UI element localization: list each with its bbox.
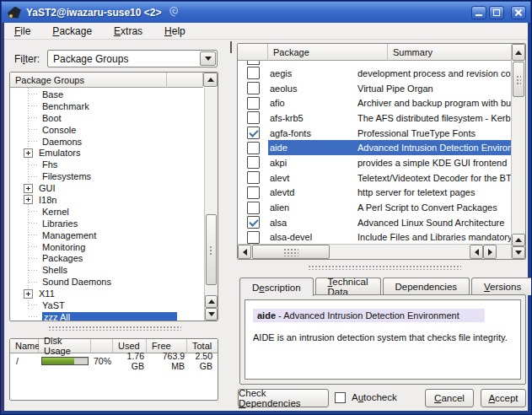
package-row[interactable]: alienA Perl Script to Convert Packages bbox=[238, 200, 511, 215]
col-checkbox[interactable] bbox=[238, 44, 268, 61]
tree-scroll-up-icon[interactable] bbox=[205, 295, 218, 308]
tab-versions[interactable]: Versions bbox=[471, 278, 532, 295]
disk-row[interactable]: / 70% 1.76 GB 763.9 MB 2.50 GB bbox=[10, 353, 218, 368]
combobox-dropdown-icon[interactable] bbox=[200, 51, 216, 66]
tree-item[interactable]: Base bbox=[10, 89, 204, 100]
menu-extras[interactable]: Extras bbox=[114, 25, 142, 37]
close-button[interactable] bbox=[511, 6, 526, 19]
titlebar[interactable]: YaST2@iwazaru-suse10 <2> bbox=[2, 2, 530, 23]
package-checkbox[interactable] bbox=[247, 142, 260, 154]
expand-plus-icon[interactable] bbox=[24, 195, 33, 204]
tree-item[interactable]: zzz All bbox=[10, 311, 204, 321]
tree-item[interactable]: Daemons bbox=[10, 136, 204, 148]
autocheck-checkbox[interactable] bbox=[335, 392, 346, 403]
expand-plus-icon[interactable] bbox=[24, 184, 33, 193]
menu-package[interactable]: Package bbox=[52, 25, 92, 37]
accept-button[interactable]: Accept bbox=[481, 389, 526, 407]
package-checkbox[interactable] bbox=[247, 127, 260, 139]
package-vertical-scrollbar[interactable] bbox=[511, 44, 525, 259]
tree-item[interactable]: Packages bbox=[10, 252, 204, 264]
menu-file[interactable]: File bbox=[14, 25, 30, 37]
tree-scrollbar-thumb[interactable] bbox=[206, 214, 217, 285]
package-checkbox[interactable] bbox=[247, 156, 260, 169]
tree-item[interactable]: Filesystems bbox=[10, 170, 204, 182]
package-row[interactable]: afioArchiver and backup program with bui… bbox=[238, 95, 511, 110]
maximize-button[interactable] bbox=[489, 6, 504, 19]
tree-branch bbox=[29, 164, 39, 165]
tree-rows: Base Benchmark Boot Console Daemons Emul… bbox=[10, 88, 204, 321]
tree-item[interactable]: X11 bbox=[10, 288, 204, 299]
package-checkbox[interactable] bbox=[247, 216, 260, 229]
detail-tabs: Description Technical Data Dependencies … bbox=[239, 278, 532, 295]
minimize-button[interactable] bbox=[471, 6, 486, 19]
cancel-button[interactable]: Cancel bbox=[425, 389, 474, 407]
check-dependencies-button[interactable]: Check Dependencies bbox=[238, 389, 329, 407]
package-row[interactable]: alevtdhttp server for teletext pages bbox=[238, 186, 511, 201]
scroll-right-icon[interactable] bbox=[483, 245, 497, 259]
tab-technical-data[interactable]: Technical Data bbox=[315, 278, 381, 295]
tree-item[interactable]: YaST bbox=[10, 299, 204, 311]
tree-scroll-down-icon[interactable] bbox=[205, 308, 218, 321]
left-splitter-handle[interactable] bbox=[48, 326, 181, 331]
package-row[interactable]: alsaAdvanced Linux Sound Architecture bbox=[238, 215, 511, 230]
tree-item[interactable]: Emulators bbox=[10, 147, 204, 159]
col-disk-usage[interactable]: Disk Usage bbox=[39, 339, 91, 353]
package-checkbox[interactable] bbox=[247, 231, 260, 244]
filter-combobox[interactable]: Package Groups bbox=[47, 50, 218, 67]
package-horizontal-scrollbar[interactable] bbox=[238, 244, 511, 259]
tree-branch bbox=[29, 117, 39, 118]
tree-item[interactable]: Benchmark bbox=[10, 100, 204, 112]
package-checkbox[interactable] bbox=[247, 111, 260, 124]
right-splitter-handle[interactable] bbox=[308, 265, 461, 270]
package-checkbox[interactable] bbox=[247, 97, 260, 110]
tab-description[interactable]: Description bbox=[239, 278, 314, 296]
package-checkbox[interactable] bbox=[247, 186, 260, 199]
package-checkbox[interactable] bbox=[247, 61, 260, 65]
hscrollbar-thumb[interactable] bbox=[252, 245, 330, 259]
scroll-left-icon[interactable] bbox=[470, 245, 483, 259]
package-checkbox[interactable] bbox=[247, 67, 260, 79]
tree-item[interactable]: Console bbox=[10, 124, 204, 136]
vscrollbar-thumb[interactable] bbox=[513, 62, 524, 97]
tree-item[interactable]: Fhs bbox=[10, 159, 204, 170]
tab-dependencies[interactable]: Dependencies bbox=[383, 278, 470, 295]
expand-plus-icon[interactable] bbox=[24, 148, 33, 158]
tree-item[interactable]: Kernel bbox=[10, 206, 204, 218]
col-blank[interactable] bbox=[91, 339, 113, 353]
tree-item[interactable]: Libraries bbox=[10, 218, 204, 229]
tree-item[interactable]: I18n bbox=[10, 194, 204, 206]
col-package[interactable]: Package bbox=[268, 44, 388, 61]
package-row[interactable]: aideAdvanced Intrusion Detection Environ bbox=[238, 140, 511, 155]
scroll-up-icon[interactable] bbox=[512, 44, 525, 61]
tree-scroll-up-icon[interactable] bbox=[203, 73, 218, 87]
tree-branch bbox=[29, 316, 39, 317]
col-name[interactable]: Name bbox=[10, 339, 39, 353]
package-row[interactable]: alsa-develInclude Files and Libraries ma… bbox=[238, 230, 511, 244]
scroll-up-icon[interactable] bbox=[512, 234, 525, 246]
package-row[interactable]: akpiprovides a simple KDE GUI frontend bbox=[238, 155, 511, 170]
package-row[interactable]: aegisdevelopment process and revision co… bbox=[238, 66, 511, 81]
hscrollbar-track[interactable] bbox=[330, 245, 470, 259]
tree-item[interactable]: Shells bbox=[10, 264, 204, 276]
expand-plus-icon[interactable] bbox=[24, 289, 33, 299]
col-summary[interactable]: Summary bbox=[388, 44, 511, 61]
package-row[interactable]: agfa-fontsProfessional TrueType Fonts bbox=[238, 126, 511, 141]
tree-item[interactable]: Sound Daemons bbox=[10, 276, 204, 288]
tree-vertical-scrollbar[interactable] bbox=[204, 88, 218, 321]
package-row[interactable]: alevtTeletext/Videotext Decoder for the … bbox=[238, 170, 511, 186]
tree-item[interactable]: Monitoring bbox=[10, 241, 204, 253]
scroll-left-icon[interactable] bbox=[238, 245, 251, 259]
tree-item[interactable]: Management bbox=[10, 229, 204, 241]
package-checkbox[interactable] bbox=[247, 202, 260, 214]
tree-item[interactable]: GUI bbox=[10, 182, 204, 194]
package-checkbox[interactable] bbox=[247, 171, 260, 184]
package-checkbox[interactable] bbox=[247, 82, 260, 94]
tree-item-label: GUI bbox=[39, 183, 56, 193]
tree-item[interactable]: Boot bbox=[10, 112, 204, 124]
scroll-down-icon[interactable] bbox=[512, 246, 525, 259]
tree-header-label[interactable]: Package Groups bbox=[10, 73, 167, 88]
menu-help[interactable]: Help bbox=[164, 25, 185, 37]
vertical-splitter-handle[interactable] bbox=[230, 41, 232, 53]
package-row[interactable]: aeolusVirtual Pipe Organ bbox=[238, 81, 511, 96]
package-row[interactable]: afs-krb5The AFS distributed filesystem -… bbox=[238, 110, 511, 126]
